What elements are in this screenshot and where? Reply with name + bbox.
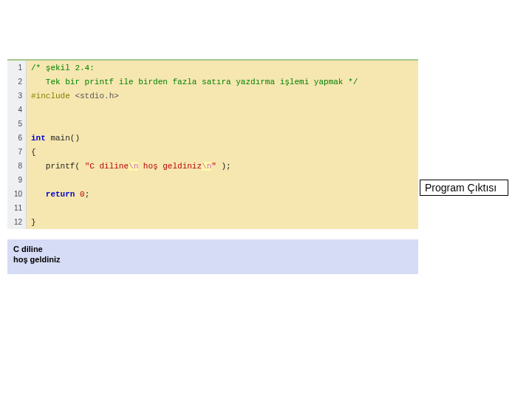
code-token: <stdio.h> <box>75 92 118 100</box>
code-token: /* şekil 2.4: <box>31 64 95 72</box>
line-number: 11 <box>7 201 27 215</box>
code-token <box>31 190 46 199</box>
code-line: 9 <box>7 173 418 187</box>
code-line: 5 <box>7 117 418 131</box>
code-token: "C diline <box>85 162 129 171</box>
code-token: } <box>31 218 36 227</box>
line-number: 1 <box>7 61 27 75</box>
line-number: 7 <box>7 145 27 159</box>
code-line: 2 Tek bir printf ile birden fazla satıra… <box>7 75 418 89</box>
line-number: 6 <box>7 131 27 145</box>
line-number: 5 <box>7 117 27 131</box>
code-token: main() <box>46 134 80 143</box>
code-line: 8 printf( "C diline\n hoş geldiniz\n" ); <box>7 159 418 173</box>
code-content: } <box>27 218 36 227</box>
code-line: 12} <box>7 215 418 229</box>
line-number: 3 <box>7 89 27 103</box>
code-token: " <box>211 162 216 171</box>
program-output: C diline hoş geldiniz <box>7 239 418 274</box>
output-label: Program Çıktısı <box>420 180 508 196</box>
line-number: 4 <box>7 103 27 117</box>
code-token: #include <box>31 92 75 100</box>
code-line: 6int main() <box>7 131 418 145</box>
code-token: { <box>31 148 36 157</box>
code-line: 10 return 0; <box>7 187 418 201</box>
line-number: 8 <box>7 159 27 173</box>
code-token: ; <box>85 190 90 199</box>
code-content: { <box>27 148 36 157</box>
code-line: 7{ <box>7 145 418 159</box>
code-token: return <box>46 190 75 199</box>
code-block: 1/* şekil 2.4:2 Tek bir printf ile birde… <box>7 59 418 229</box>
code-content: #include <stdio.h> <box>27 92 119 100</box>
code-token: Tek bir printf ile birden fazla satıra y… <box>31 78 358 86</box>
code-token: ); <box>216 162 231 171</box>
code-line: 4 <box>7 103 418 117</box>
line-number: 10 <box>7 187 27 201</box>
code-line: 3#include <stdio.h> <box>7 89 418 103</box>
code-line: 11 <box>7 201 418 215</box>
code-token: int <box>31 134 46 143</box>
line-number: 12 <box>7 215 27 229</box>
code-token: printf( <box>31 162 85 171</box>
output-line: C diline <box>13 244 412 254</box>
code-content: /* şekil 2.4: <box>27 64 95 72</box>
line-number: 9 <box>7 173 27 187</box>
code-token: \n <box>129 162 138 171</box>
code-token: hoş geldiniz <box>138 162 202 171</box>
line-number: 2 <box>7 75 27 89</box>
output-line: hoş geldiniz <box>13 254 412 265</box>
code-line: 1/* şekil 2.4: <box>7 61 418 75</box>
code-content: printf( "C diline\n hoş geldiniz\n" ); <box>27 162 231 171</box>
code-content: int main() <box>27 134 80 143</box>
code-content: Tek bir printf ile birden fazla satıra y… <box>27 78 358 86</box>
code-content: return 0; <box>27 190 89 199</box>
code-token: \n <box>202 162 211 171</box>
code-token: 0 <box>80 190 85 199</box>
